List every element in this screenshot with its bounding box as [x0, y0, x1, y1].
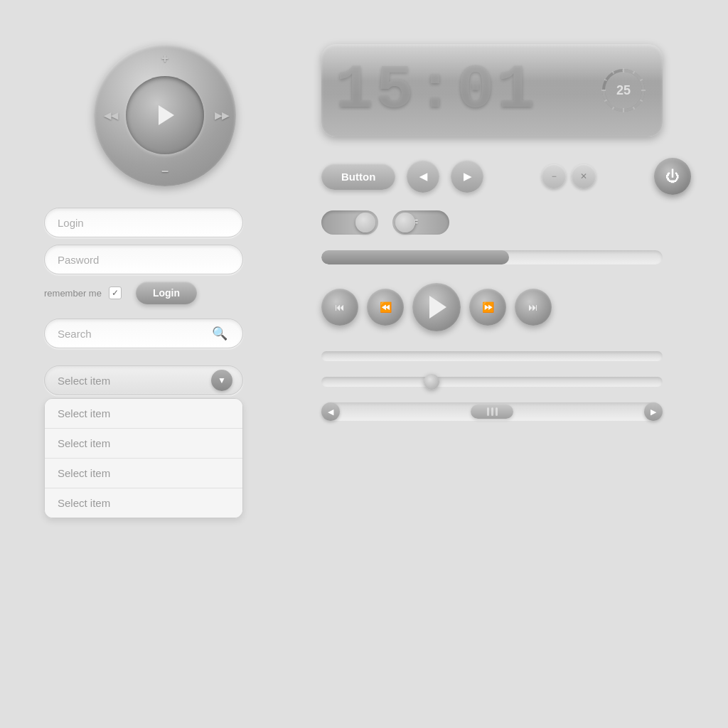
fast-forward-icon: ⏩	[482, 301, 494, 313]
progress-bar-fill	[321, 250, 509, 264]
dropdown-item-3[interactable]: Select item	[45, 459, 242, 488]
next-circle-button[interactable]: ▶	[451, 160, 483, 193]
progress-bar[interactable]	[321, 250, 663, 264]
play-inner-ring[interactable]	[126, 76, 204, 154]
password-placeholder: Pasword	[58, 254, 99, 266]
scrollbar[interactable]: ◀ ▶	[321, 402, 663, 421]
skip-back-button[interactable]: ⏮	[321, 289, 358, 326]
rewind-icon: ⏪	[380, 301, 392, 313]
toggle-off-knob	[395, 213, 415, 232]
scrollbar-handle[interactable]	[471, 405, 513, 419]
slider-1[interactable]	[321, 351, 663, 361]
power-icon: ⏻	[665, 169, 680, 183]
rewind-button[interactable]: ⏪	[367, 289, 404, 326]
dropdown-list: Select item Select item Select item Sele…	[44, 398, 243, 518]
slider-2[interactable]	[321, 377, 663, 387]
circular-progress: 25	[599, 65, 648, 115]
search-section: Search 🔍	[44, 318, 286, 348]
media-player-row: ⏮ ⏪ ⏩ ⏭	[321, 283, 691, 331]
clock-counter: 25	[616, 83, 631, 98]
dropdown-item-1[interactable]: Select item	[45, 399, 242, 429]
play-icon	[429, 296, 446, 318]
toggle-off-switch[interactable]: OFF	[392, 210, 449, 235]
media-wheel[interactable]: + − ◀◀ ▶▶	[94, 44, 236, 186]
play-button[interactable]	[412, 283, 461, 331]
skip-back-icon: ⏮	[335, 301, 345, 313]
search-bar[interactable]: Search 🔍	[44, 318, 243, 348]
dropdown-trigger-label: Select item	[58, 375, 110, 387]
remember-label: remember me	[44, 288, 102, 299]
dropdown-section: Select item ▼ Select item Select item Se…	[44, 365, 286, 518]
login-section: Login Pasword remember me ✓ Login	[44, 208, 286, 304]
login-placeholder: Login	[58, 217, 84, 229]
toggle-on-switch[interactable]: ON	[321, 210, 378, 235]
button-row: Button ◀ ▶ − ✕ ⏻	[321, 158, 691, 195]
wheel-forward-icon: ▶▶	[215, 110, 229, 121]
remember-row: remember me ✓ Login	[44, 282, 286, 304]
play-icon	[159, 105, 174, 125]
login-button[interactable]: Login	[136, 282, 197, 304]
search-placeholder: Search	[58, 328, 92, 340]
password-input[interactable]: Pasword	[44, 245, 243, 274]
prev-circle-button[interactable]: ◀	[407, 160, 439, 193]
scrollbar-right-arrow[interactable]: ▶	[644, 402, 663, 421]
grip-3	[496, 407, 498, 416]
dropdown-item-2[interactable]: Select item	[45, 429, 242, 459]
minus-button[interactable]: −	[542, 164, 566, 188]
close-button[interactable]: ✕	[572, 164, 596, 188]
clock-display: 15:01	[321, 44, 663, 136]
power-button[interactable]: ⏻	[654, 158, 691, 195]
scrollbar-left-arrow[interactable]: ◀	[321, 402, 340, 421]
login-input[interactable]: Login	[44, 208, 243, 237]
toggle-on-knob	[355, 213, 375, 232]
dropdown-item-4[interactable]: Select item	[45, 488, 242, 518]
wheel-minus-icon: −	[161, 164, 169, 179]
skip-forward-icon: ⏭	[528, 301, 538, 313]
remember-checkbox[interactable]: ✓	[109, 287, 122, 299]
toggle-row: ON OFF	[321, 210, 691, 235]
dropdown-arrow-icon: ▼	[211, 370, 232, 391]
dropdown-trigger[interactable]: Select item ▼	[44, 365, 243, 395]
skip-forward-button[interactable]: ⏭	[515, 289, 552, 326]
grip-2	[491, 407, 493, 416]
main-button[interactable]: Button	[321, 164, 395, 190]
search-icon: 🔍	[210, 323, 230, 343]
slider-2-thumb	[424, 374, 439, 390]
wheel-plus-icon: +	[161, 51, 169, 66]
fast-forward-button[interactable]: ⏩	[469, 289, 506, 326]
grip-1	[487, 407, 489, 416]
wheel-rewind-icon: ◀◀	[104, 110, 118, 121]
